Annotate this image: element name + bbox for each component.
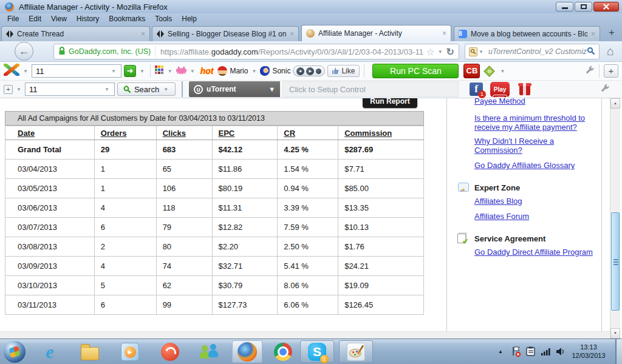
sidebar-link-direct-affiliate-program[interactable]: Go Daddy Direct Affiliate Program xyxy=(474,248,593,257)
grid-icon[interactable] xyxy=(155,66,164,77)
add-widget-icon[interactable]: + xyxy=(4,85,13,94)
tab-close-icon[interactable]: × xyxy=(141,30,145,38)
invader-dropdown-icon[interactable]: ▼ xyxy=(190,69,195,74)
menu-tools[interactable]: Tools xyxy=(150,14,177,24)
start-button[interactable] xyxy=(4,341,26,363)
menu-edit[interactable]: Edit xyxy=(24,14,46,24)
facebook-like-button[interactable]: Like xyxy=(327,65,360,77)
volume-icon[interactable] xyxy=(556,348,566,357)
tab-create-thread[interactable]: Create Thread × xyxy=(1,26,150,41)
mario-icon[interactable] xyxy=(217,66,227,76)
taskbar-messenger[interactable] xyxy=(197,340,221,364)
play-icon[interactable]: ▶ xyxy=(306,67,314,75)
space-invader-icon[interactable] xyxy=(176,66,186,76)
menu-bookmarks[interactable]: Bookmarks xyxy=(104,14,150,24)
mario-label[interactable]: Mario xyxy=(230,67,248,75)
next-icon[interactable] xyxy=(316,69,321,74)
menu-history[interactable]: History xyxy=(72,14,104,24)
menu-view[interactable]: View xyxy=(46,14,72,24)
search-bar[interactable]: ▼ uTorrentControl_v2 Customized xyxy=(465,44,600,59)
mario-dropdown-icon[interactable]: ▼ xyxy=(251,69,256,74)
xfire-dropdown-icon[interactable]: ▼ xyxy=(23,69,28,74)
facebook-icon[interactable]: f 1 xyxy=(470,83,483,96)
tag-dropdown-icon[interactable]: ▼ xyxy=(500,69,505,74)
go-arrow-button[interactable]: ➜ xyxy=(124,65,136,77)
menu-file[interactable]: File xyxy=(2,14,24,24)
utorrent-control-button[interactable]: u uTorrent ▼ xyxy=(189,81,280,97)
taskbar-chrome[interactable] xyxy=(271,340,295,364)
sonic-label[interactable]: Sonic xyxy=(272,67,290,75)
minimize-button[interactable] xyxy=(556,2,573,12)
tab-affiliate-manager[interactable]: Affiliate Manager - Activity × xyxy=(301,25,451,41)
green-tag-icon[interactable]: G xyxy=(484,66,495,76)
run-report-button[interactable]: Run Report xyxy=(363,98,417,108)
tab-selling-blog[interactable]: Selling - Blogger Disease Blog #1 on ...… xyxy=(152,26,299,41)
wrench-icon[interactable] xyxy=(601,84,610,95)
wrench-icon[interactable] xyxy=(586,66,595,77)
url-bar[interactable]: GoDaddy.com, Inc. (US) https://affiliate… xyxy=(53,44,459,59)
network-signal-icon[interactable] xyxy=(541,348,551,357)
show-desktop-button[interactable] xyxy=(615,339,622,364)
clickbank-icon[interactable]: CB xyxy=(463,64,480,78)
action-center-flag-icon[interactable] xyxy=(511,346,521,359)
column-header-clicks[interactable]: Clicks xyxy=(156,126,212,140)
sidebar-link-minimum-threshold[interactable]: Is there a minimum threshold to receive … xyxy=(474,113,607,132)
column-header-commission[interactable]: Commission xyxy=(338,126,424,140)
sidebar-link-glossary[interactable]: Go Daddy Affiliates Glossary xyxy=(474,161,575,170)
toolbar-search-button[interactable]: Search ▼ xyxy=(117,83,176,96)
tab-close-icon[interactable]: × xyxy=(290,30,294,38)
maximize-button[interactable] xyxy=(575,2,592,12)
utorrent-setup-field[interactable]: Click to Setup Control xyxy=(282,81,459,97)
run-pc-scan-button[interactable]: Run PC Scan xyxy=(372,64,459,78)
scroll-up-button[interactable]: ▲ xyxy=(610,98,620,109)
sidebar-link-why-no-commission[interactable]: Why Didn't I Receive a Commission? xyxy=(474,136,575,155)
reload-icon[interactable]: ↻ xyxy=(446,46,454,58)
taskbar-red-app[interactable] xyxy=(158,340,182,364)
add-widget-dropdown-icon[interactable]: ▼ xyxy=(16,87,21,92)
xfire-icon[interactable] xyxy=(4,64,19,78)
scrollbar-thumb[interactable] xyxy=(611,212,620,311)
sidebar-link-affiliates-forum[interactable]: Affiliates Forum xyxy=(474,212,529,221)
tab-move-blog[interactable]: 8 Move a blog between accounts - Blo... … xyxy=(454,26,600,41)
vertical-scrollbar[interactable]: ▲ ▼ xyxy=(610,98,620,339)
taskbar-internet-explorer[interactable]: e xyxy=(38,340,62,364)
hot-icon[interactable]: hot xyxy=(199,66,216,76)
combobox-caret-icon[interactable]: ▼ xyxy=(104,87,109,92)
horizontal-scrollbar[interactable] xyxy=(0,331,610,339)
sidebar-link-payee-method[interactable]: Payee Method xyxy=(474,98,525,106)
taskbar-paint[interactable] xyxy=(344,340,368,364)
back-button[interactable]: ← xyxy=(15,42,33,61)
grid-dropdown-icon[interactable]: ▼ xyxy=(168,69,173,74)
tab-close-icon[interactable]: × xyxy=(442,29,446,38)
close-button[interactable] xyxy=(593,2,619,12)
taskbar-windows-explorer[interactable] xyxy=(78,340,102,364)
tray-expand-icon[interactable]: ▲ xyxy=(498,349,503,354)
search-input[interactable]: uTorrentControl_v2 Customized xyxy=(488,47,587,56)
go-dropdown-icon[interactable]: ▼ xyxy=(140,69,145,74)
home-icon[interactable]: ⌂ xyxy=(607,44,614,58)
clipboard-tray-icon[interactable] xyxy=(526,346,536,358)
search-engine-icon[interactable] xyxy=(469,47,477,56)
tab-close-icon[interactable]: × xyxy=(591,30,595,38)
url-dropdown-icon[interactable]: ▼ xyxy=(438,49,443,55)
addon-combobox-bottom[interactable]: 11 ▼ xyxy=(25,83,115,96)
sidebar-link-affiliates-blog[interactable]: Affiliates Blog xyxy=(474,197,522,206)
stop-icon[interactable]: ■ xyxy=(296,67,304,75)
search-dropdown-icon[interactable]: ▼ xyxy=(163,87,168,92)
menu-help[interactable]: Help xyxy=(177,14,202,24)
taskbar-firefox[interactable] xyxy=(235,340,259,364)
column-header-epc[interactable]: EPC xyxy=(212,126,278,140)
site-identity[interactable]: GoDaddy.com, Inc. (US) xyxy=(69,47,151,56)
sonic-icon[interactable] xyxy=(260,66,270,76)
addon-combobox-top[interactable]: 11 ▼ xyxy=(32,64,121,78)
column-header-orders[interactable]: Orders xyxy=(94,126,156,140)
utorrent-chevron-icon[interactable]: ▼ xyxy=(268,86,275,93)
combobox-caret-icon[interactable]: ▼ xyxy=(111,69,116,74)
taskbar-media-player[interactable]: ▶ xyxy=(118,340,142,364)
search-engine-dropdown-icon[interactable]: ▼ xyxy=(479,49,484,55)
search-go-icon[interactable] xyxy=(587,47,595,57)
scroll-down-button[interactable]: ▼ xyxy=(610,328,620,339)
gift-icon[interactable] xyxy=(519,83,530,95)
tray-clock[interactable]: 13:13 12/03/2013 xyxy=(567,343,610,360)
taskbar-skype[interactable]: S1 xyxy=(305,340,329,364)
